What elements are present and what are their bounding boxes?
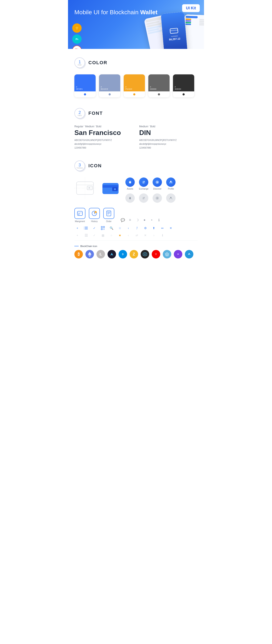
main-content: 1 ONE COLOR #3574FA #8DA0C8 — [68, 49, 204, 278]
back-icon: ‹ — [126, 225, 131, 231]
qr-icon — [100, 225, 106, 231]
font-din: Medium ' Bold DIN ABCDEFGHIJKLMNOPQRSTUV… — [139, 125, 198, 150]
svg-rect-45 — [84, 228, 84, 228]
svg-point-29 — [170, 197, 172, 198]
order-icon-item: Order — [103, 208, 114, 222]
exchange-gray-icon — [139, 194, 148, 203]
forward-icon-gray: › — [151, 232, 157, 238]
svg-marker-60 — [88, 252, 92, 255]
font-section: 2 TWO FONT Regular ' Medium ' Bold San F… — [74, 108, 198, 150]
svg-point-72 — [189, 253, 190, 254]
svg-rect-54 — [104, 228, 104, 229]
discover-nav-item: Discover — [152, 178, 162, 190]
font-title: FONT — [88, 110, 103, 116]
assets-icon — [126, 178, 135, 187]
exchange-nav-item: Exchange — [139, 178, 148, 190]
moon-icon: ☽ — [135, 218, 140, 222]
sf-uppercase: ABCDEFGHIJKLMNOPQRSTUVWXYZ — [74, 138, 133, 142]
profile-gray-icon — [166, 194, 176, 203]
svg-rect-31 — [77, 212, 82, 213]
management-icon — [74, 208, 86, 219]
font-grid: Regular ' Medium ' Bold San Francisco AB… — [74, 125, 198, 150]
hero-badges: Ps 60+ Screens — [72, 24, 82, 49]
blockchain-label-line — [74, 246, 78, 246]
info-icon: ℹ — [156, 218, 162, 222]
svg-rect-48 — [102, 227, 102, 227]
circle-icon: ● — [142, 218, 147, 222]
svg-rect-3 — [170, 29, 178, 31]
icon-title: ICON — [88, 163, 102, 168]
svg-rect-44 — [84, 227, 84, 227]
check-icon: ✓ — [92, 225, 97, 231]
ethereum-icon — [86, 250, 94, 258]
svg-rect-43 — [85, 229, 88, 229]
wallet-colored-icon — [100, 178, 121, 199]
section-number-3: 3 THREE — [74, 160, 85, 171]
svg-rect-46 — [84, 229, 84, 229]
nav-icons-group: Assets Exchange — [126, 178, 176, 203]
order-icon — [103, 208, 114, 219]
color-card-blue: #3574FA — [74, 74, 96, 97]
color-section: 1 ONE COLOR #3574FA #8DA0C8 — [74, 58, 198, 97]
blockchain-icons-section: BlockChain Icon ₿ Ł — [74, 245, 198, 258]
svg-point-18 — [156, 182, 158, 183]
info-icon-gray: ℹ — [160, 232, 165, 238]
svg-rect-56 — [104, 229, 104, 230]
check-icon-gray: ✓ — [92, 232, 97, 238]
svg-rect-33 — [78, 214, 79, 215]
sf-numbers: 1234567890 — [74, 146, 133, 150]
discover-gray-icon — [152, 194, 162, 203]
svg-marker-65 — [144, 253, 146, 255]
ark-icon — [152, 250, 160, 258]
wallet-blueprint — [74, 178, 96, 199]
qr-icon-gray: ▦ — [100, 232, 106, 238]
profile-icon — [166, 178, 176, 187]
list-icon-gray — [83, 232, 89, 238]
svg-point-9 — [88, 187, 90, 188]
svg-rect-52 — [102, 229, 102, 229]
ui-kit-badge: UI Kit — [182, 4, 200, 12]
search-icon-gray: ○ — [108, 232, 114, 238]
blockchain-label: BlockChain Icon — [74, 245, 198, 248]
history-icon-item: History — [89, 208, 100, 222]
svg-text:M: M — [178, 253, 179, 255]
sf-lowercase: abcdefghijklmnopqrstuvwxyz — [74, 142, 133, 146]
sf-name: San Francisco — [74, 129, 133, 137]
layers-icon: ≡ — [128, 218, 132, 222]
inline-icons-group: 💬 ≡ ☽ ● ▪ ℹ — [120, 218, 162, 222]
wings-icon — [108, 250, 116, 258]
list-icon — [83, 225, 89, 231]
color-section-header: 1 ONE COLOR — [74, 58, 198, 68]
hero-section: Mobile UI for Blockchain Wallet UI Kit P… — [68, 0, 204, 49]
action-icons-row-2: + ✓ ▦ ○ ★ ‹ ⇄ ✕ › ℹ — [74, 232, 198, 238]
bubble-icon: ▪ — [149, 218, 154, 222]
dash-icon: D — [118, 250, 127, 258]
colors-grid: #3574FA #8DA0C8 #F5A623 — [74, 74, 198, 97]
color-title: COLOR — [88, 60, 107, 66]
nav-icons-gray-row — [126, 194, 176, 203]
color-card-slate: #8DA0C8 — [99, 74, 120, 97]
svg-rect-57 — [85, 234, 88, 234]
back-icon-gray: ‹ — [126, 232, 131, 238]
zcash-icon: Z — [130, 250, 138, 258]
svg-point-24 — [142, 196, 146, 200]
ps-badge: Ps — [72, 34, 82, 44]
svg-point-16 — [142, 180, 146, 184]
plus-icon: + — [74, 225, 80, 231]
svg-rect-50 — [104, 227, 104, 227]
bitcoin-icon: ₿ — [74, 250, 83, 258]
discover-icon — [152, 178, 162, 187]
svg-rect-30 — [77, 211, 82, 216]
iota-icon — [141, 250, 149, 258]
diamond-icon — [163, 250, 171, 258]
din-lowercase: abcdefghijklmnopqrstuvwxyz — [139, 142, 198, 146]
history-icon — [89, 208, 100, 219]
din-uppercase: ABCDEFGHIJKLMNOPQRSTUVWXYZ — [139, 138, 198, 142]
color-card-orange: #F5A623 — [124, 74, 145, 97]
svg-rect-53 — [103, 228, 104, 229]
svg-text:D: D — [122, 253, 124, 256]
font-sf: Regular ' Medium ' Bold San Francisco AB… — [74, 125, 133, 150]
svg-marker-69 — [166, 253, 168, 256]
din-style-label: Medium ' Bold — [139, 125, 198, 128]
x-icon-gray: ✕ — [142, 232, 148, 238]
